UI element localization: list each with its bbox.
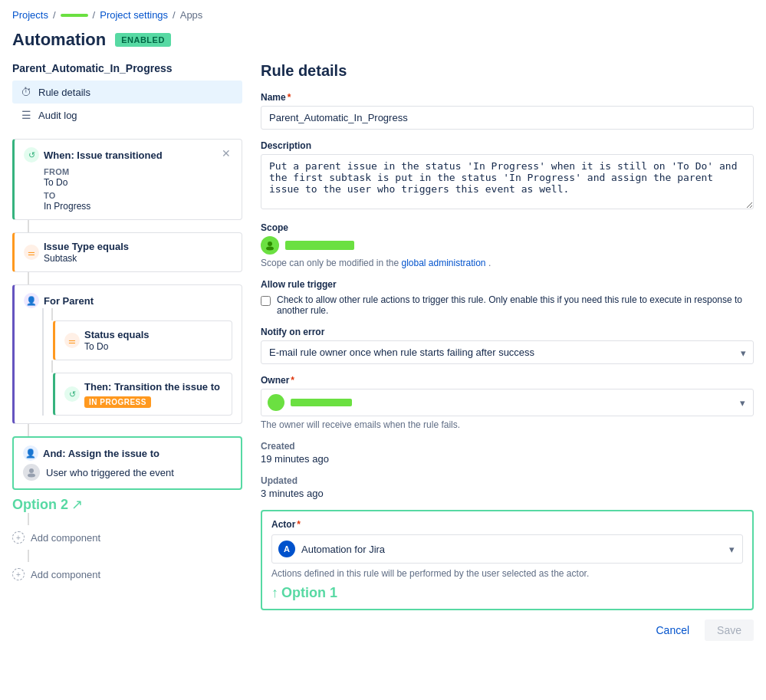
actor-label: Actor * [271,519,743,530]
allow-rule-trigger-checkbox[interactable] [261,296,271,306]
add-component-2-label: Add component [31,569,100,580]
scope-group: Scope Scope can only be modified in the … [261,222,754,268]
created-value: 19 minutes ago [261,453,754,465]
save-button[interactable]: Save [705,619,754,641]
main-content: Parent_Automatic_In_Progress ⏱ Rule deta… [12,62,754,691]
sub-connector2 [51,360,53,373]
nav-audit-log-label: Audit log [38,110,77,121]
option2-arrow-icon: ↗ [71,496,83,513]
scope-name-bar [285,241,354,250]
scope-label: Scope [261,222,754,233]
condition1-item[interactable]: ⚌ Issue Type equals Subtask [12,232,242,272]
branch-condition-item[interactable]: ⚌ Status equals To Do [53,320,232,360]
branch-condition-value: To Do [84,341,150,352]
actor-required: * [297,519,301,530]
allow-rule-trigger-group: Allow rule trigger Check to allow other … [261,279,754,316]
trigger-icon: ↺ [24,147,39,163]
rule-details-title: Rule details [261,62,754,80]
cancel-button[interactable]: Cancel [646,619,699,641]
option1-annotation: ↑ Option 1 [271,585,743,601]
trigger-from-label: FROM [44,167,232,176]
actor-icon: A [278,541,295,557]
sub-connector1 [51,308,53,320]
left-panel: Parent_Automatic_In_Progress ⏱ Rule deta… [12,62,242,691]
assign-sub: User who triggered the event [23,464,232,481]
condition1-icon: ⚌ [24,245,39,260]
owner-required: * [291,375,294,386]
scope-note-link[interactable]: global administration [401,258,485,268]
breadcrumb: Projects / / Project settings / Apps [12,9,754,21]
branch-condition-icon: ⚌ [64,333,80,348]
assign-sub-label: User who triggered the event [46,467,174,478]
nav-audit-log[interactable]: ☰ Audit log [12,104,242,127]
breadcrumb-project-settings[interactable]: Project settings [100,9,168,21]
owner-label: Owner * [261,375,754,386]
created-label: Created [261,441,754,452]
branch-action-icon: ↺ [64,386,80,402]
trigger-to-label: TO [44,191,232,200]
updated-value: 3 minutes ago [261,488,754,499]
allow-rule-trigger-label: Allow rule trigger [261,279,754,290]
add-component-1-label: Add component [31,532,100,544]
actor-chevron-icon: ▾ [729,544,735,555]
trigger-item[interactable]: ↺ When: Issue transitioned ✕ FROM To Do … [12,139,242,220]
branch-title: For Parent [44,295,94,307]
trigger-close-btn[interactable]: ✕ [220,147,232,159]
actor-section: Actor * A Automation for Jira ▾ Actions … [261,510,754,610]
trigger-to-value: In Progress [44,201,232,212]
rule-name-heading: Parent_Automatic_In_Progress [12,62,242,74]
scope-avatar [261,236,279,255]
description-textarea[interactable]: Put a parent issue in the status 'In Pro… [261,154,754,209]
owner-chevron-icon: ▾ [740,397,745,409]
breadcrumb-project-name [61,14,88,17]
actor-value: Automation for Jira [301,544,385,555]
name-input[interactable] [261,106,754,130]
trigger-from-value: To Do [44,177,232,188]
breadcrumb-projects[interactable]: Projects [12,9,48,21]
connector1 [28,220,29,232]
updated-label: Updated [261,475,754,486]
add-component-circle-2: + [12,568,25,580]
notify-on-error-select[interactable]: E-mail rule owner once when rule starts … [261,340,754,364]
updated-group: Updated 3 minutes ago [261,475,754,499]
description-label: Description [261,140,754,151]
name-required: * [288,92,291,103]
branch-sub-flow: ⚌ Status equals To Do ↺ [42,308,232,416]
notify-on-error-group: Notify on error E-mail rule owner once w… [261,327,754,364]
right-panel: Rule details Name * Description Put a pa… [261,62,754,691]
rule-details-icon: ⏱ [20,86,32,98]
add-component-2[interactable]: + Add component [12,562,242,587]
svg-point-1 [28,474,35,478]
owner-name-bar [291,399,352,406]
scope-bar [261,236,754,255]
add-component-circle-1: + [12,531,25,544]
name-group: Name * [261,92,754,130]
owner-select[interactable]: ▾ [261,389,754,416]
allow-rule-trigger-row: Check to allow other rule actions to tri… [261,294,754,316]
owner-group: Owner * ▾ The owner will receive emails … [261,375,754,430]
actor-note: Actions defined in this rule will be per… [271,568,743,579]
audit-log-icon: ☰ [20,109,32,121]
in-progress-badge: IN PROGRESS [84,396,151,408]
page-title: Automation [12,30,106,50]
notify-on-error-select-wrapper: E-mail rule owner once when rule starts … [261,340,754,364]
assign-icon: 👤 [23,445,38,461]
scope-note: Scope can only be modified in the global… [261,258,754,268]
owner-avatar [268,394,284,411]
assign-action-item[interactable]: 👤 And: Assign the issue to User who trig… [12,436,242,490]
add-component-1[interactable]: + Add component [12,525,242,550]
form-actions: Cancel Save [261,619,754,641]
actor-dropdown[interactable]: A Automation for Jira ▾ [271,534,743,564]
branch-condition-title: Status equals [84,329,150,340]
notify-on-error-label: Notify on error [261,327,754,337]
nav-rule-details[interactable]: ⏱ Rule details [12,81,242,104]
enabled-badge: ENABLED [115,33,171,47]
condition1-value: Subtask [44,253,129,264]
branch-action-item[interactable]: ↺ Then: Transition the issue to IN PROGR… [53,373,232,416]
assign-avatar [23,464,40,481]
connector3 [28,424,29,436]
assign-wrapper: 👤 And: Assign the issue to User who trig… [12,436,242,513]
trigger-title: When: Issue transitioned [44,150,163,161]
allow-rule-trigger-checkbox-label: Check to allow other rule actions to tri… [277,294,754,316]
branch-item[interactable]: 👤 For Parent ⚌ Status equals To Do [12,284,242,424]
